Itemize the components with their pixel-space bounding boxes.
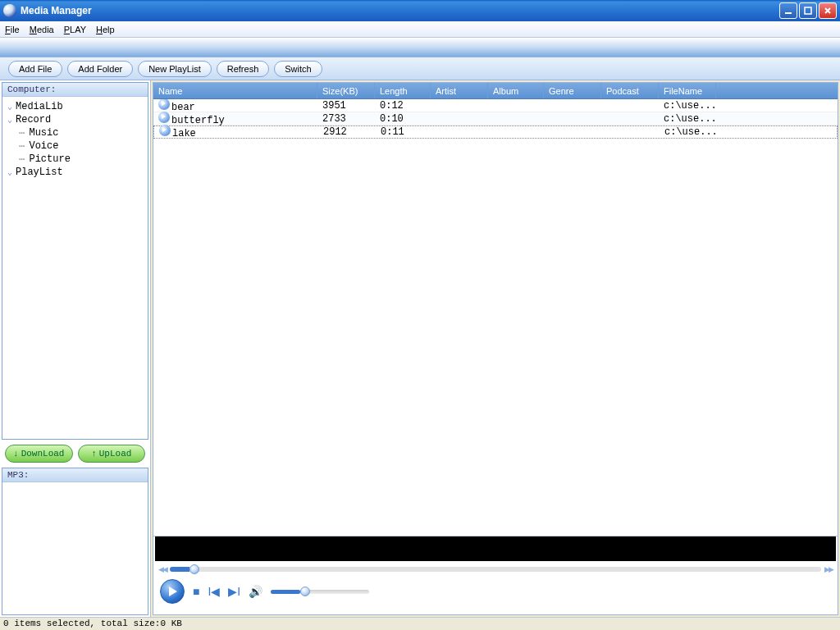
- window-title: Media Manager: [21, 5, 779, 16]
- svg-rect-0: [785, 12, 792, 14]
- col-name[interactable]: Name: [153, 83, 317, 98]
- prev-track-button[interactable]: I◀: [208, 585, 220, 598]
- sidebar: Computer: ⌄MediaLib ⌄Record ⋯ Music ⋯ Vo…: [0, 80, 151, 617]
- add-folder-button[interactable]: Add Folder: [67, 61, 133, 77]
- tree-item-medialib[interactable]: ⌄MediaLib: [4, 100, 146, 113]
- chevron-down-icon[interactable]: ⌄: [4, 167, 16, 177]
- switch-button[interactable]: Switch: [274, 61, 322, 77]
- mp3-panel-header: MP3:: [2, 468, 148, 482]
- gradient-band: [0, 38, 840, 57]
- tree-item-voice[interactable]: ⋯ Voice: [4, 139, 146, 153]
- menu-play[interactable]: PLAY: [64, 25, 86, 34]
- app-icon: [3, 4, 16, 17]
- new-playlist-button[interactable]: New PlayList: [138, 61, 212, 77]
- mp3-tree: [2, 482, 148, 614]
- chevron-down-icon[interactable]: ⌄: [4, 102, 16, 112]
- seek-back-icon[interactable]: ◀◀: [158, 565, 167, 573]
- svg-rect-1: [805, 7, 811, 14]
- close-button[interactable]: [819, 2, 837, 19]
- menu-bar: File Media PLAY Help: [0, 21, 840, 38]
- computer-panel-header: Computer:: [2, 83, 148, 97]
- col-filename[interactable]: FileName: [659, 83, 716, 98]
- player: ◀◀ ▶▶ ■ I◀ ▶I 🔊: [153, 536, 838, 614]
- main-area: Name Size(KB) Length Artist Album Genre …: [153, 82, 838, 615]
- seek-fwd-icon[interactable]: ▶▶: [824, 565, 833, 573]
- tree: ⌄MediaLib ⌄Record ⋯ Music ⋯ Voice ⋯ Pict…: [2, 97, 148, 439]
- download-button[interactable]: ↓DownLoad: [5, 445, 73, 463]
- add-file-button[interactable]: Add File: [8, 61, 62, 77]
- toolbar: Add File Add Folder New PlayList Refresh…: [0, 57, 840, 80]
- column-headers: Name Size(KB) Length Artist Album Genre …: [153, 83, 838, 99]
- col-genre[interactable]: Genre: [544, 83, 601, 98]
- col-size[interactable]: Size(KB): [317, 83, 375, 98]
- media-file-icon: [158, 112, 170, 123]
- title-bar: Media Manager: [0, 0, 840, 21]
- refresh-button[interactable]: Refresh: [217, 61, 270, 77]
- menu-file[interactable]: File: [5, 25, 20, 34]
- list-row[interactable]: lake 2912 0:11 c:\use...: [153, 126, 838, 139]
- col-album[interactable]: Album: [488, 83, 544, 98]
- play-button[interactable]: [160, 579, 185, 604]
- media-file-icon: [158, 99, 170, 110]
- list-row[interactable]: butterfly 2733 0:10 c:\use...: [153, 112, 838, 126]
- next-track-button[interactable]: ▶I: [228, 585, 240, 598]
- col-podcast[interactable]: Podcast: [601, 83, 659, 98]
- download-icon: ↓: [13, 449, 19, 459]
- stop-button[interactable]: ■: [193, 585, 199, 598]
- upload-button[interactable]: ↑UpLoad: [78, 445, 146, 463]
- media-file-icon: [159, 125, 171, 136]
- maximize-button[interactable]: [799, 2, 817, 19]
- menu-media[interactable]: Media: [30, 25, 54, 34]
- col-length[interactable]: Length: [375, 83, 431, 98]
- upload-icon: ↑: [91, 449, 97, 459]
- col-artist[interactable]: Artist: [431, 83, 488, 98]
- volume-thumb[interactable]: [300, 587, 310, 596]
- volume-icon[interactable]: 🔊: [249, 585, 262, 598]
- status-bar: 0 items selected, total size:0 KB: [0, 617, 840, 630]
- volume-slider[interactable]: [271, 590, 369, 594]
- file-list: bear 3951 0:12 c:\use... butterfly 2733 …: [153, 99, 838, 536]
- minimize-button[interactable]: [779, 2, 797, 19]
- seek-thumb[interactable]: [189, 564, 199, 574]
- video-strip: [155, 536, 836, 561]
- seek-slider[interactable]: [170, 567, 821, 572]
- tree-item-playlist[interactable]: ⌄PlayList: [4, 166, 146, 179]
- tree-item-picture[interactable]: ⋯ Picture: [4, 153, 146, 166]
- tree-item-music[interactable]: ⋯ Music: [4, 126, 146, 139]
- tree-item-record[interactable]: ⌄Record: [4, 113, 146, 126]
- menu-help[interactable]: Help: [96, 25, 115, 34]
- chevron-down-icon[interactable]: ⌄: [4, 115, 16, 125]
